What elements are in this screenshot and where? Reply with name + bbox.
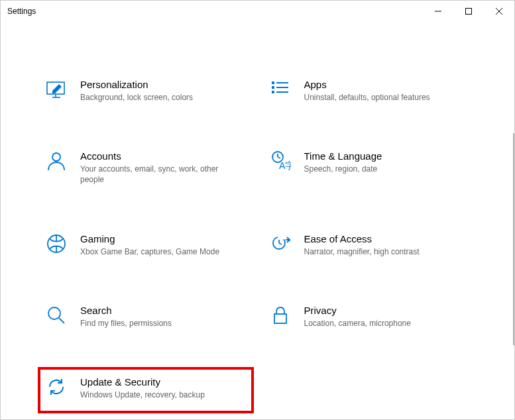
category-title: Search: [80, 305, 241, 316]
category-title: Privacy: [304, 305, 465, 316]
category-title: Gaming: [80, 233, 241, 244]
apps-icon: [268, 79, 292, 100]
category-ease-of-access[interactable]: Ease of AccessNarrator, magnifier, high …: [264, 229, 475, 261]
privacy-icon: [268, 305, 292, 326]
titlebar: Settings: [1, 1, 514, 22]
close-button[interactable]: [484, 1, 514, 22]
category-description: Windows Update, recovery, backup: [80, 390, 241, 400]
settings-content: PersonalizationBackground, lock screen, …: [1, 22, 514, 404]
category-accounts[interactable]: AccountsYour accounts, email, sync, work…: [40, 146, 251, 189]
category-description: Location, camera, microphone: [304, 318, 465, 329]
category-privacy[interactable]: PrivacyLocation, camera, microphone: [264, 301, 475, 333]
category-title: Ease of Access: [304, 233, 465, 244]
category-title: Accounts: [80, 150, 241, 162]
category-description: Your accounts, email, sync, work, other …: [80, 164, 241, 185]
category-gaming[interactable]: GamingXbox Game Bar, captures, Game Mode: [40, 229, 251, 261]
category-description: Speech, region, date: [304, 164, 465, 174]
category-description: Background, lock screen, colors: [80, 92, 241, 103]
ease-of-access-icon: [268, 233, 292, 254]
category-description: Narrator, magnifier, high contrast: [304, 246, 465, 257]
scrollbar-thumb[interactable]: [513, 133, 514, 345]
category-update-security[interactable]: Update & SecurityWindows Update, recover…: [38, 367, 254, 413]
category-title: Personalization: [80, 79, 241, 90]
category-apps[interactable]: AppsUninstall, defaults, optional featur…: [264, 75, 475, 107]
scrollbar[interactable]: [512, 133, 514, 419]
time-language-icon: [268, 150, 292, 172]
category-description: Find my files, permissions: [80, 318, 241, 329]
window-controls: [423, 1, 514, 22]
category-title: Apps: [304, 79, 465, 90]
search-icon: [44, 305, 68, 326]
accounts-icon: [44, 150, 68, 172]
update-security-icon: [44, 376, 68, 397]
category-description: Uninstall, defaults, optional features: [304, 92, 465, 103]
category-title: Time & Language: [304, 150, 465, 162]
svg-rect-0: [466, 9, 472, 15]
category-personalization[interactable]: PersonalizationBackground, lock screen, …: [40, 75, 251, 107]
category-time-language[interactable]: Time & LanguageSpeech, region, date: [264, 146, 475, 189]
category-description: Xbox Game Bar, captures, Game Mode: [80, 246, 241, 257]
category-search[interactable]: SearchFind my files, permissions: [40, 301, 251, 333]
window-title: Settings: [7, 7, 36, 16]
maximize-button[interactable]: [453, 1, 484, 22]
category-title: Update & Security: [80, 376, 241, 388]
personalization-icon: [44, 79, 68, 100]
gaming-icon: [44, 233, 68, 254]
minimize-button[interactable]: [423, 1, 453, 22]
